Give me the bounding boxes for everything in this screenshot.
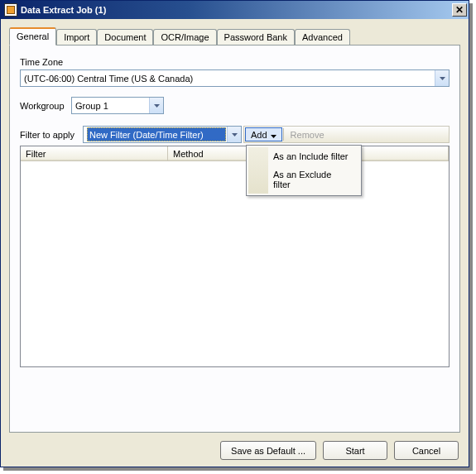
time-zone-value: (UTC-06:00) Central Time (US & Canada)	[24, 74, 193, 84]
filter-to-apply-dropdown[interactable]: New Filter (Date/Time Filter)	[83, 126, 242, 143]
add-button-label: Add	[251, 130, 267, 140]
tab-strip: General Import Document OCR/Image Passwo…	[9, 27, 460, 45]
menu-item-include[interactable]: As an Include filter	[248, 147, 359, 165]
cancel-button[interactable]: Cancel	[394, 441, 459, 460]
filter-to-apply-label: Filter to apply	[20, 130, 83, 140]
app-icon	[4, 3, 17, 17]
chevron-down-icon	[149, 98, 163, 113]
tab-import[interactable]: Import	[56, 29, 97, 45]
titlebar: Data Extract Job (1) ✕	[1, 1, 469, 19]
filter-to-apply-value: New Filter (Date/Time Filter)	[87, 127, 226, 141]
chevron-down-icon	[271, 130, 276, 140]
chevron-down-icon	[435, 70, 449, 86]
tab-password-bank[interactable]: Password Bank	[217, 29, 295, 45]
chevron-down-icon	[227, 127, 241, 142]
tab-document[interactable]: Document	[97, 29, 153, 45]
close-icon[interactable]: ✕	[452, 3, 467, 17]
workgroup-dropdown[interactable]: Group 1	[71, 97, 164, 114]
time-zone-dropdown[interactable]: (UTC-06:00) Central Time (US & Canada)	[20, 69, 450, 87]
table-header: Filter Method	[21, 146, 449, 161]
add-menu: As an Include filter As an Exclude filte…	[246, 145, 362, 196]
time-zone-label: Time Zone	[20, 57, 450, 67]
tab-panel-general: Time Zone (UTC-06:00) Central Time (US &…	[9, 45, 460, 433]
tab-ocr-image[interactable]: OCR/Image	[153, 29, 216, 45]
title-text: Data Extract Job (1)	[21, 5, 452, 15]
save-as-default-button[interactable]: Save as Default ...	[220, 441, 316, 460]
remove-button: Remove	[285, 127, 330, 141]
dialog-buttons: Save as Default ... Start Cancel	[9, 441, 460, 460]
start-button[interactable]: Start	[323, 441, 387, 460]
workgroup-label: Workgroup	[20, 101, 71, 111]
filters-table: Filter Method	[20, 146, 450, 367]
workgroup-value: Group 1	[75, 101, 108, 111]
add-button[interactable]: Add As an Include filter As an Exclude f…	[245, 127, 282, 141]
menu-item-exclude[interactable]: As an Exclude filter	[248, 165, 359, 194]
dialog-window: Data Extract Job (1) ✕ General Import Do…	[0, 0, 469, 467]
tab-advanced[interactable]: Advanced	[295, 29, 350, 45]
filter-toolbar: Add As an Include filter As an Exclude f…	[243, 126, 450, 143]
column-filter[interactable]: Filter	[21, 146, 168, 160]
remove-button-label: Remove	[291, 130, 325, 140]
toolbar-separator	[283, 128, 284, 141]
tab-general[interactable]: General	[9, 27, 56, 45]
